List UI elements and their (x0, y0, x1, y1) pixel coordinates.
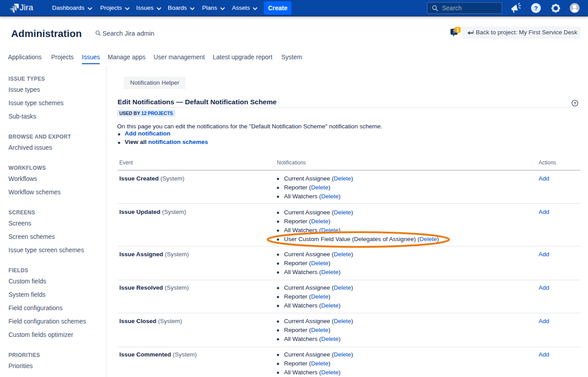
svg-text:?: ? (574, 101, 576, 106)
svg-text:1: 1 (456, 27, 459, 33)
svg-text:?: ? (534, 5, 538, 12)
